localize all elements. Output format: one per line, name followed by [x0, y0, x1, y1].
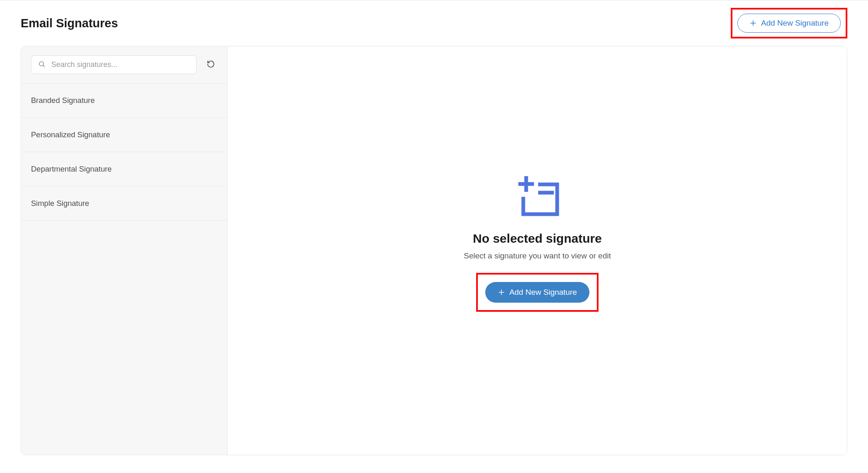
- signature-sidebar: Branded Signature Personalized Signature…: [21, 46, 228, 455]
- search-icon: [38, 60, 45, 69]
- empty-state-title: No selected signature: [473, 232, 602, 246]
- search-row: [21, 46, 227, 84]
- svg-point-2: [39, 62, 44, 66]
- add-button-main-label: Add New Signature: [509, 288, 577, 297]
- page-header: Email Signatures Add New Signature: [21, 0, 847, 46]
- page: Email Signatures Add New Signature: [0, 0, 868, 463]
- highlight-top-button: Add New Signature: [731, 8, 847, 38]
- highlight-main-button: Add New Signature: [476, 273, 599, 312]
- add-button-top-label: Add New Signature: [761, 19, 829, 28]
- add-new-signature-button-top[interactable]: Add New Signature: [737, 14, 841, 33]
- signature-item-label: Departmental Signature: [31, 165, 112, 173]
- empty-state-icon: [513, 173, 562, 220]
- plus-icon: [498, 289, 505, 296]
- empty-state: No selected signature Select a signature…: [464, 173, 611, 312]
- refresh-icon: [207, 63, 215, 69]
- plus-icon: [749, 19, 757, 27]
- svg-line-3: [43, 65, 44, 67]
- signature-item-label: Simple Signature: [31, 199, 89, 208]
- signature-item-label: Branded Signature: [31, 96, 95, 105]
- content-panel: Branded Signature Personalized Signature…: [21, 46, 847, 455]
- signature-list-item[interactable]: Personalized Signature: [21, 118, 227, 152]
- signature-item-label: Personalized Signature: [31, 130, 110, 139]
- search-wrap[interactable]: [31, 55, 197, 74]
- empty-state-subtitle: Select a signature you want to view or e…: [464, 251, 611, 260]
- page-title: Email Signatures: [21, 17, 118, 30]
- refresh-button[interactable]: [204, 57, 217, 72]
- signature-list-item[interactable]: Simple Signature: [21, 186, 227, 221]
- add-new-signature-button-main[interactable]: Add New Signature: [485, 282, 589, 303]
- signature-list-item[interactable]: Branded Signature: [21, 84, 227, 118]
- main-content: No selected signature Select a signature…: [228, 46, 847, 455]
- signature-list-item[interactable]: Departmental Signature: [21, 152, 227, 186]
- search-input[interactable]: [50, 60, 190, 69]
